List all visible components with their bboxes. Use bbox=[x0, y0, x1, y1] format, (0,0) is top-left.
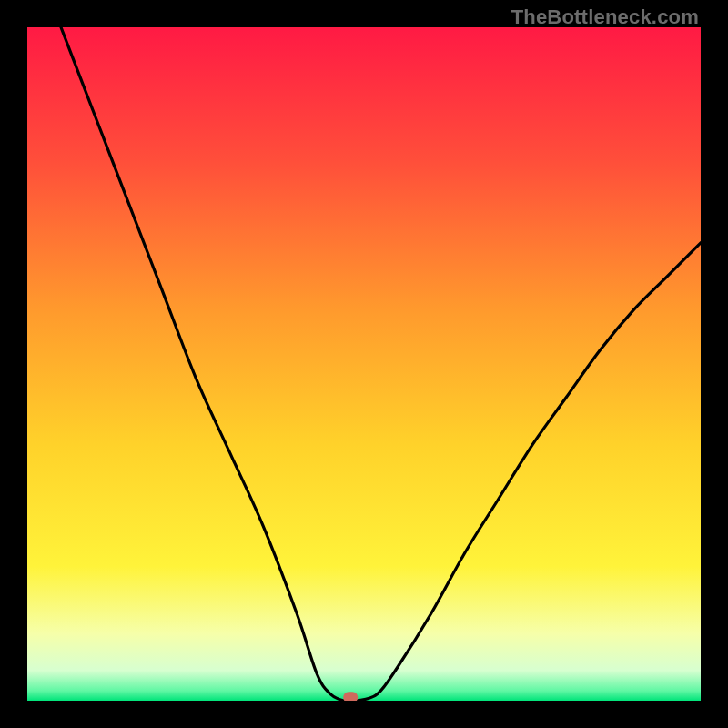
chart-svg bbox=[27, 27, 701, 701]
watermark-label: TheBottleneck.com bbox=[511, 5, 699, 29]
marker-dot bbox=[343, 692, 358, 701]
chart-frame: TheBottleneck.com bbox=[0, 0, 728, 728]
plot-area bbox=[27, 27, 701, 701]
gradient-background bbox=[27, 27, 701, 701]
